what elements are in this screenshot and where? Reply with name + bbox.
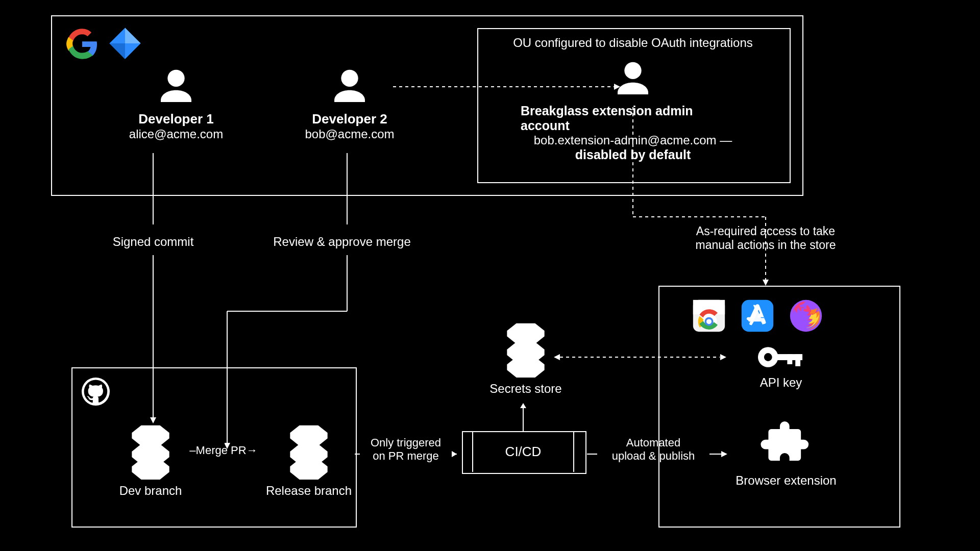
developer-1: Developer 1 alice@acme.com bbox=[125, 66, 227, 141]
arrow-dev2-breakglass bbox=[393, 82, 623, 92]
dev2-email: bob@acme.com bbox=[305, 127, 394, 141]
svg-rect-35 bbox=[787, 354, 792, 364]
svg-marker-43 bbox=[225, 443, 230, 449]
svg-marker-17 bbox=[520, 403, 526, 408]
cicd-label: CI/CD bbox=[462, 444, 584, 460]
browser-extension: Browser extension bbox=[725, 418, 847, 488]
developer-2: Developer 2 bob@acme.com bbox=[299, 66, 401, 141]
svg-marker-7 bbox=[132, 425, 169, 446]
google-logo-icon bbox=[66, 28, 98, 60]
svg-marker-9 bbox=[132, 459, 169, 480]
dev-branch: Dev branch bbox=[110, 423, 191, 498]
arrow-dev2-release bbox=[225, 153, 352, 454]
secrets-label: Secrets store bbox=[489, 382, 561, 396]
arrow-breakglass-store bbox=[628, 107, 791, 291]
arrow-cicd-secrets bbox=[518, 403, 528, 431]
github-icon bbox=[82, 378, 110, 406]
svg-point-32 bbox=[764, 353, 772, 361]
app-store-icon bbox=[740, 298, 775, 333]
database-icon bbox=[503, 321, 549, 378]
dev2-title: Developer 2 bbox=[312, 111, 387, 127]
browser-ext-label: Browser extension bbox=[736, 473, 836, 488]
release-branch-label: Release branch bbox=[266, 484, 352, 498]
firefox-icon bbox=[789, 298, 823, 333]
azure-logo-icon bbox=[107, 26, 143, 61]
dev-branch-label: Dev branch bbox=[119, 484, 182, 498]
person-icon bbox=[329, 66, 370, 107]
person-icon bbox=[156, 66, 197, 107]
svg-point-28 bbox=[706, 319, 712, 324]
svg-point-5 bbox=[624, 62, 641, 79]
svg-marker-15 bbox=[452, 451, 457, 457]
svg-point-4 bbox=[341, 70, 358, 87]
svg-marker-51 bbox=[554, 354, 560, 360]
svg-rect-34 bbox=[795, 354, 800, 366]
chrome-store-icon bbox=[692, 298, 726, 333]
svg-marker-45 bbox=[614, 84, 620, 90]
database-icon bbox=[128, 423, 174, 480]
arrow-secrets-apikey bbox=[554, 352, 727, 362]
dev1-email: alice@acme.com bbox=[129, 127, 223, 141]
key-icon bbox=[757, 342, 805, 372]
svg-marker-1 bbox=[125, 28, 141, 43]
api-key: API key bbox=[730, 342, 832, 390]
svg-point-3 bbox=[167, 70, 184, 87]
puzzle-icon bbox=[761, 418, 812, 469]
person-icon bbox=[612, 59, 653, 99]
arrow-dev1-devbranch bbox=[148, 153, 158, 426]
svg-marker-12 bbox=[290, 459, 327, 480]
svg-marker-38 bbox=[150, 417, 156, 423]
dev1-title: Developer 1 bbox=[138, 111, 213, 127]
ou-text: OU configured to disable OAuth integrati… bbox=[487, 36, 778, 50]
svg-marker-49 bbox=[763, 280, 769, 286]
arrow-release-cicd bbox=[355, 449, 462, 459]
svg-marker-18 bbox=[507, 323, 544, 344]
svg-marker-2 bbox=[109, 43, 125, 59]
api-key-label: API key bbox=[760, 375, 802, 390]
svg-marker-52 bbox=[720, 354, 726, 360]
svg-marker-20 bbox=[507, 357, 544, 378]
